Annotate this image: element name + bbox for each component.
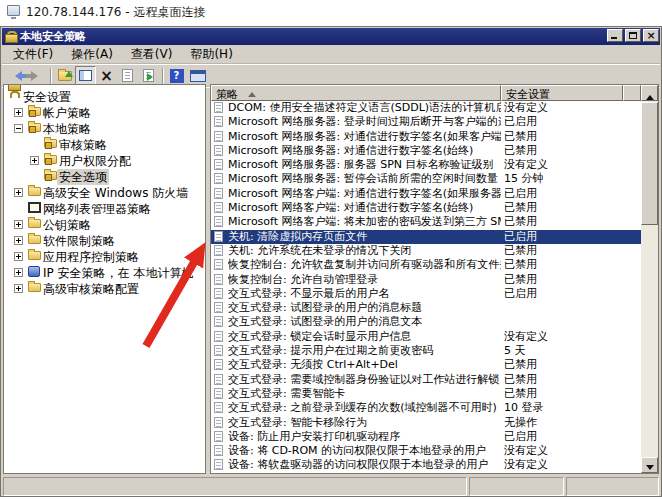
tree-item[interactable]: 高级安全 Windows 防火墙 <box>4 185 205 201</box>
list-item[interactable]: Microsoft 网络服务器: 对通信进行数字签名(始终)已禁用 <box>211 144 641 158</box>
scrollbar-thumb[interactable] <box>641 102 658 225</box>
tree-item[interactable]: 帐户策略 <box>4 105 205 121</box>
tree-item[interactable]: 本地策略 <box>4 121 205 137</box>
tree-item-label: 本地策略 <box>41 121 93 137</box>
tree-item[interactable]: 审核策略 <box>4 137 205 153</box>
menu-action[interactable]: 操作(A) <box>62 44 122 65</box>
tree-item[interactable]: 高级审核策略配置 <box>4 281 205 297</box>
tree-item[interactable]: 安全设置 <box>4 89 205 105</box>
security-setting-value: 已启用 <box>504 115 634 129</box>
list-item[interactable]: DCOM: 使用安全描述符定义语言(SDDL)语法的计算机启动限制没有定义 <box>211 101 641 115</box>
list-item[interactable]: 关机: 允许系统在未登录的情况下关闭已禁用 <box>211 244 641 258</box>
forward-button[interactable] <box>26 66 47 86</box>
policy-name: 设备: 将软盘驱动器的访问权限仅限于本地登录的用户 <box>228 458 501 472</box>
policy-doc-icon <box>214 431 223 442</box>
list-item[interactable]: 交互式登录: 锁定会话时显示用户信息没有定义 <box>211 330 641 344</box>
list-item[interactable]: 交互式登录: 试图登录的用户的消息文本 <box>211 315 641 329</box>
security-setting-value: 10 登录 <box>504 401 634 415</box>
tree-item[interactable]: 应用程序控制策略 <box>4 249 205 265</box>
expand-icon[interactable] <box>14 220 23 229</box>
list-item[interactable]: Microsoft 网络服务器: 暂停会话前所需的空闲时间数量15 分钟 <box>211 172 641 186</box>
tree-item[interactable]: 软件限制策略 <box>4 233 205 249</box>
list-item[interactable]: Microsoft 网络服务器: 对通信进行数字签名(如果客户端...已禁用 <box>211 130 641 144</box>
vertical-scrollbar[interactable] <box>641 85 658 473</box>
list-item[interactable]: 交互式登录: 需要域控制器身份验证以对工作站进行解锁已禁用 <box>211 373 641 387</box>
rdp-title: 120.78.144.176 - 远程桌面连接 <box>26 4 205 21</box>
list-item[interactable]: 交互式登录: 试图登录的用户的消息标题 <box>211 301 641 315</box>
list-item[interactable]: Microsoft 网络服务器: 服务器 SPN 目标名称验证级别没有定义 <box>211 158 641 172</box>
list-item[interactable]: 设备: 将 CD-ROM 的访问权限仅限于本地登录的用户没有定义 <box>211 444 641 458</box>
security-setting-value: 已启用 <box>504 187 634 201</box>
folder-lock-icon <box>44 171 57 180</box>
delete-button[interactable]: × <box>96 66 117 86</box>
tree-item[interactable]: IP 安全策略，在 本地计算机 <box>4 265 205 281</box>
close-button[interactable]: × <box>643 29 659 42</box>
folder-lock-icon <box>44 139 57 148</box>
new-window-button[interactable] <box>187 66 208 86</box>
list-item[interactable]: Microsoft 网络服务器: 登录时间过期后断开与客户端的连接已启用 <box>211 115 641 129</box>
list-item[interactable]: 交互式登录: 之前登录到缓存的次数(域控制器不可用时)10 登录 <box>211 401 641 415</box>
delete-icon: × <box>100 67 113 85</box>
list-item[interactable]: Microsoft 网络客户端: 对通信进行数字签名(始终)已禁用 <box>211 201 641 215</box>
properties-button[interactable] <box>117 66 138 86</box>
expand-icon[interactable] <box>30 156 39 165</box>
list-item[interactable]: 恢复控制台: 允许软盘复制并访问所有驱动器和所有文件夹已禁用 <box>211 258 641 272</box>
expand-icon[interactable] <box>14 108 23 117</box>
show-console-tree-button[interactable] <box>75 66 96 86</box>
window-titlebar[interactable]: 本地安全策略 <box>2 28 660 45</box>
list-item[interactable]: 恢复控制台: 允许自动管理登录已禁用 <box>211 273 641 287</box>
menu-bar: 文件(F)操作(A)查看(V)帮助(H) <box>2 45 660 64</box>
scroll-up-icon[interactable] <box>641 85 658 101</box>
policy-name: 关机: 清除虚拟内存页面文件 <box>228 230 501 244</box>
column-header-policy[interactable]: 策略 <box>211 85 501 101</box>
policy-doc-icon <box>214 245 223 256</box>
export-list-button[interactable] <box>138 66 159 86</box>
list-item[interactable]: 交互式登录: 不显示最后的用户名已启用 <box>211 287 641 301</box>
security-setting-value: 已禁用 <box>504 215 634 229</box>
minimize-button[interactable] <box>607 29 623 42</box>
scroll-down-icon[interactable] <box>641 457 658 473</box>
expand-icon[interactable] <box>14 268 23 277</box>
security-setting-value: 无操作 <box>504 416 634 430</box>
policy-list-pane[interactable]: 策略安全设置 DCOM: 使用安全描述符定义语言(SDDL)语法的计算机启动限制… <box>210 84 659 474</box>
policy-name: 交互式登录: 智能卡移除行为 <box>228 416 501 430</box>
security-setting-value: 没有定义 <box>504 444 634 458</box>
security-setting-value: 没有定义 <box>504 330 634 344</box>
menu-view[interactable]: 查看(V) <box>122 44 182 65</box>
tree-item[interactable]: 网络列表管理器策略 <box>4 201 205 217</box>
up-one-level-button[interactable] <box>54 66 75 86</box>
list-item[interactable]: 设备: 将软盘驱动器的访问权限仅限于本地登录的用户没有定义 <box>211 458 641 472</box>
close-icon: × <box>644 29 658 42</box>
menu-help[interactable]: 帮助(H) <box>181 44 241 65</box>
column-header-empty[interactable] <box>623 85 641 101</box>
console-tree-pane[interactable]: 安全设置帐户策略本地策略审核策略用户权限分配安全选项高级安全 Windows 防… <box>3 84 206 474</box>
tree-item-label: 用户权限分配 <box>57 153 133 169</box>
menu-file[interactable]: 文件(F) <box>4 44 62 65</box>
list-item[interactable]: 关机: 清除虚拟内存页面文件已启用 <box>211 230 641 244</box>
expand-icon[interactable] <box>14 236 23 245</box>
expand-icon[interactable] <box>14 252 23 261</box>
list-item[interactable]: 交互式登录: 需要智能卡已禁用 <box>211 387 641 401</box>
back-button[interactable] <box>5 66 26 86</box>
tree-item-label: 应用程序控制策略 <box>41 249 141 265</box>
collapse-icon[interactable] <box>14 124 23 133</box>
column-header-setting[interactable]: 安全设置 <box>501 85 623 101</box>
policy-doc-icon <box>214 359 223 370</box>
list-item[interactable]: 设备: 防止用户安装打印机驱动程序已启用 <box>211 430 641 444</box>
tree-item-label: IP 安全策略，在 本地计算机 <box>41 265 195 281</box>
expand-icon[interactable] <box>14 188 23 197</box>
sort-ascending-icon <box>248 88 256 97</box>
policy-name: Microsoft 网络服务器: 对通信进行数字签名(始终) <box>228 144 501 158</box>
tree-item[interactable]: 用户权限分配 <box>4 153 205 169</box>
expand-icon[interactable] <box>14 284 23 293</box>
maximize-button[interactable] <box>625 29 641 42</box>
list-item[interactable]: 交互式登录: 无须按 Ctrl+Alt+Del已禁用 <box>211 358 641 372</box>
list-item[interactable]: 交互式登录: 智能卡移除行为无操作 <box>211 416 641 430</box>
tree-item[interactable]: 安全选项 <box>4 169 205 185</box>
list-item[interactable]: Microsoft 网络客户端: 对通信进行数字签名(如果服务器...已启用 <box>211 187 641 201</box>
list-item[interactable]: 交互式登录: 提示用户在过期之前更改密码5 天 <box>211 344 641 358</box>
help-icon <box>170 69 184 83</box>
tree-item[interactable]: 公钥策略 <box>4 217 205 233</box>
list-item[interactable]: Microsoft 网络客户端: 将未加密的密码发送到第三方 SM...已禁用 <box>211 215 641 229</box>
help-button[interactable] <box>166 66 187 86</box>
